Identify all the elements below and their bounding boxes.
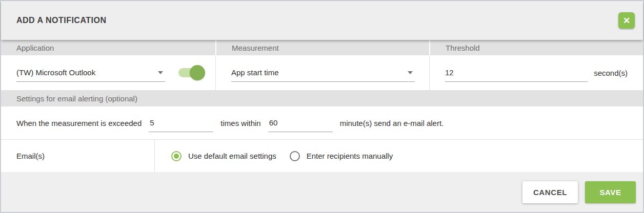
toggle-knob (190, 65, 205, 80)
measurement-label: Measurement (215, 40, 429, 55)
threshold-input[interactable]: 12 (445, 63, 588, 82)
application-input-cell: (TW) Microsoft Outlook (1, 55, 215, 90)
chevron-down-icon (408, 71, 413, 74)
application-select[interactable]: (TW) Microsoft Outlook (16, 63, 165, 82)
top-fields-row: Application (TW) Microsoft Outlook Measu… (1, 40, 643, 90)
alert-condition-row: When the measurement is exceeded 5 times… (1, 106, 643, 140)
dialog-title: ADD A NOTIFICATION (16, 16, 107, 25)
application-label: Application (1, 40, 215, 55)
radio-option-default-email[interactable]: Use default email settings (171, 151, 283, 161)
cancel-button[interactable]: CANCEL (522, 181, 578, 203)
threshold-column: Threshold 12 second(s) (429, 40, 643, 90)
measurement-select[interactable]: App start time (231, 63, 415, 82)
dialog-footer: CANCEL SAVE (1, 172, 643, 212)
condition-text-part2: times within (220, 119, 260, 127)
email-options-group: Use default email settings Enter recipie… (155, 140, 399, 172)
email-settings-section-header: Settings for email alerting (optional) (1, 90, 643, 106)
measurement-input-cell: App start time (215, 55, 429, 90)
radio-option-manual-recipients[interactable]: Enter recipients manually (290, 151, 399, 161)
condition-text-part3: minute(s) send an e-mail alert. (340, 119, 444, 127)
add-notification-dialog: ADD A NOTIFICATION ✕ Application (TW) Mi… (0, 0, 644, 213)
dialog-header: ADD A NOTIFICATION ✕ (1, 1, 643, 40)
application-column: Application (TW) Microsoft Outlook (1, 40, 215, 90)
application-select-value: (TW) Microsoft Outlook (16, 68, 95, 77)
measurement-select-value: App start time (231, 68, 279, 77)
radio-unselected-icon (290, 151, 300, 161)
chevron-down-icon (158, 71, 163, 74)
application-enabled-toggle[interactable] (178, 65, 205, 80)
close-icon: ✕ (623, 15, 630, 26)
radio-option-label: Enter recipients manually (307, 152, 393, 160)
save-button[interactable]: SAVE (585, 181, 636, 203)
emails-row: Email(s) Use default email settings Ente… (1, 140, 643, 172)
threshold-input-cell: 12 second(s) (429, 55, 643, 90)
measurement-column: Measurement App start time (215, 40, 429, 90)
radio-option-label: Use default email settings (188, 152, 276, 160)
close-button[interactable]: ✕ (618, 12, 635, 29)
threshold-label: Threshold (429, 40, 643, 55)
condition-text-part1: When the measurement is exceeded (16, 119, 142, 127)
minutes-input[interactable]: 60 (268, 114, 333, 132)
radio-selected-icon (171, 151, 182, 161)
emails-label: Email(s) (1, 140, 155, 172)
times-input[interactable]: 5 (149, 114, 213, 132)
threshold-unit-label: second(s) (594, 69, 628, 77)
